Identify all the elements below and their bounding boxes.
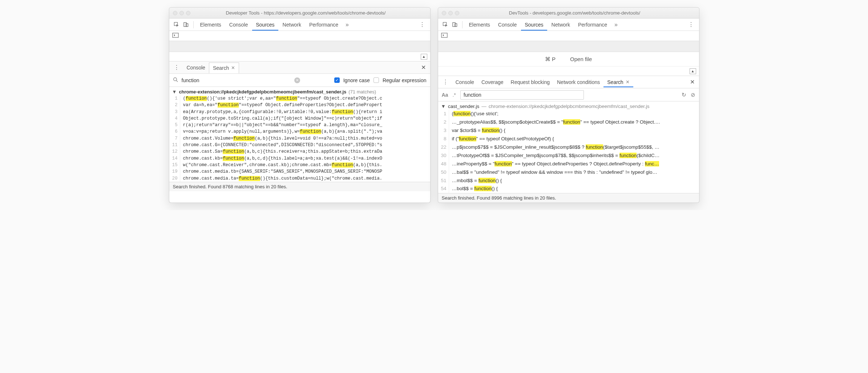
result-line[interactable]: 48…ineProperty$$ = "function" == typeof … (438, 160, 699, 168)
disclosure-triangle-icon[interactable]: ▼ (441, 104, 446, 109)
drawer-tab-search-label: Search (607, 79, 623, 85)
collapse-button[interactable]: ▲ (421, 54, 427, 60)
tab-elements[interactable]: Elements (465, 19, 494, 31)
tab-sources[interactable]: Sources (252, 19, 278, 31)
result-line[interactable]: 19chrome.cast.media.tb={SANS_SERIF:"SANS… (169, 168, 430, 175)
status-text: Search finished. Found 8996 matching lin… (442, 195, 556, 201)
close-drawer-button[interactable]: ✕ (419, 64, 428, 71)
result-line[interactable]: 54…bol$$ = function() { (438, 185, 699, 193)
tab-console[interactable]: Console (226, 19, 251, 31)
drawer-menu-button[interactable]: ⋮ (171, 64, 182, 71)
line-text: ea(Array.prototype,a,{configurable:!0,wr… (180, 109, 430, 115)
drawer-menu-button[interactable]: ⋮ (440, 79, 451, 85)
status-text: Search finished. Found 8768 matching lin… (173, 184, 287, 189)
result-line[interactable]: 51…mbol$$ = function() { (438, 177, 699, 185)
result-file-header[interactable]: ▼ cast_sender.js — chrome-extension://pk… (438, 101, 699, 110)
refresh-icon[interactable]: ↻ (682, 92, 686, 98)
line-text: var da=h,ea="function"==typeof Object.de… (180, 102, 430, 108)
editor-area-placeholder (169, 41, 430, 52)
line-number: 1 (438, 110, 449, 118)
result-line[interactable]: 8if ("function" == typeof Object.setProt… (438, 135, 699, 143)
devtools-window-left: Developer Tools - https://developers.goo… (169, 7, 431, 203)
drawer-tab-search[interactable]: Search ✕ (603, 77, 633, 87)
close-window-button[interactable] (442, 11, 446, 15)
drawer-tab-console[interactable]: Console (183, 63, 209, 73)
result-line[interactable]: 20chrome.cast.media.ta=function(){this.c… (169, 175, 430, 182)
result-line[interactable]: 12chrome.cast.Sa=function(a,b,c){this.re… (169, 148, 430, 155)
zoom-window-button[interactable] (455, 11, 459, 15)
ignore-case-checkbox[interactable]: ✓ (334, 77, 340, 83)
show-navigator-icon[interactable] (441, 33, 448, 39)
line-text: chrome.cast.G={CONNECTED:"connected",DIS… (180, 142, 430, 148)
result-line[interactable]: 1(function(){'use strict'; (438, 110, 699, 118)
close-search-tab-icon[interactable]: ✕ (626, 79, 630, 85)
result-line[interactable]: 15w("chrome.cast.Receiver",chrome.cast.k… (169, 162, 430, 168)
inspect-icon[interactable] (441, 20, 450, 29)
settings-menu-button[interactable]: ⋮ (417, 21, 427, 28)
drawer-tab-coverage[interactable]: Coverage (478, 77, 507, 87)
result-line[interactable]: 7chrome.cast.Volume=function(a,b){this.l… (169, 135, 430, 142)
result-line[interactable]: 14chrome.cast.kb=function(a,b,c,d){this.… (169, 155, 430, 162)
device-toolbar-icon[interactable] (451, 20, 459, 29)
inspect-icon[interactable] (172, 20, 181, 29)
window-controls (442, 11, 459, 15)
zoom-window-button[interactable] (186, 11, 190, 15)
search-input[interactable] (182, 77, 291, 83)
more-tabs-button[interactable]: » (343, 21, 352, 28)
result-line[interactable]: 5r(a);return"array"==b||"object"==b&&"nu… (169, 122, 430, 128)
result-line[interactable]: 50…bal$$ = "undefined" != typeof window … (438, 168, 699, 177)
line-text: (function(){'use strict';var e,aa="funct… (180, 95, 430, 102)
disclosure-triangle-icon[interactable]: ▼ (172, 89, 177, 95)
result-line[interactable]: 3ea(Array.prototype,a,{configurable:!0,w… (169, 109, 430, 115)
line-number: 3 (438, 127, 449, 135)
result-line[interactable]: 1(function(){'use strict';var e,aa="func… (169, 95, 430, 102)
tab-network[interactable]: Network (548, 19, 574, 31)
tab-console[interactable]: Console (494, 19, 520, 31)
result-line[interactable]: 30…tPrototypeOf$$ = $JSCompiler_temp$jsc… (438, 152, 699, 160)
line-text: …tPrototypeOf$$ = $JSCompiler_temp$jscom… (449, 152, 699, 160)
search-icon (173, 77, 178, 83)
line-number: 54 (438, 185, 449, 193)
match-case-toggle[interactable]: Aa (442, 92, 448, 98)
drawer-tab-network-conditions[interactable]: Network conditions (553, 77, 603, 87)
close-window-button[interactable] (173, 11, 177, 15)
clear-search-button[interactable]: ✕ (294, 77, 300, 83)
clear-icon[interactable]: ⊘ (691, 92, 695, 98)
result-line[interactable]: 2…_prototypeAlias$$, $$jscomp$objectCrea… (438, 118, 699, 127)
drawer-tab-search[interactable]: Search ✕ (209, 63, 239, 73)
result-line[interactable]: 2var da=h,ea="function"==typeof Object.d… (169, 102, 430, 108)
close-drawer-button[interactable]: ✕ (688, 79, 697, 85)
more-tabs-button[interactable]: » (611, 21, 621, 28)
main-tab-bar: Elements Console Sources Network Perform… (169, 19, 430, 31)
regex-checkbox[interactable] (374, 77, 379, 83)
result-line[interactable]: 4Object.prototype.toString.call(a);if("[… (169, 115, 430, 122)
drawer-tab-console[interactable]: Console (452, 77, 478, 87)
minimize-window-button[interactable] (448, 11, 453, 15)
result-line[interactable]: 11chrome.cast.G={CONNECTED:"connected",D… (169, 142, 430, 148)
close-search-tab-icon[interactable]: ✕ (231, 65, 235, 71)
search-input[interactable] (460, 90, 584, 100)
regex-toggle[interactable]: .* (452, 92, 456, 98)
line-text: (function(){'use strict'; (449, 110, 699, 118)
collapse-button[interactable]: ▲ (690, 68, 696, 74)
result-line[interactable]: 3var $ctor$$ = function() { (438, 127, 699, 135)
tab-performance[interactable]: Performance (574, 19, 611, 31)
drawer-tab-request-blocking[interactable]: Request blocking (507, 77, 553, 87)
status-bar: Search finished. Found 8768 matching lin… (169, 182, 430, 191)
tab-elements[interactable]: Elements (197, 19, 225, 31)
result-line[interactable]: 6v=oa:v=pa;return v.apply(null,arguments… (169, 128, 430, 135)
line-text: chrome.cast.kb=function(a,b,c,d){this.la… (180, 155, 430, 162)
result-line[interactable]: 22…p$jscomp$7$$ = $JSCompiler_inline_res… (438, 143, 699, 152)
tab-performance[interactable]: Performance (306, 19, 342, 31)
tab-network[interactable]: Network (279, 19, 305, 31)
tab-sources[interactable]: Sources (521, 19, 547, 31)
device-toolbar-icon[interactable] (182, 20, 190, 29)
show-navigator-icon[interactable] (172, 33, 179, 39)
svg-rect-9 (441, 33, 447, 37)
open-file-label: Open file (570, 56, 592, 62)
minimize-window-button[interactable] (179, 11, 184, 15)
line-text: r(a);return"array"==b||"object"==b&&"num… (180, 122, 430, 128)
result-file-header[interactable]: ▼ chrome-extension://pkedcjkdefgpdelpbcm… (169, 87, 430, 95)
settings-menu-button[interactable]: ⋮ (686, 21, 696, 28)
open-file-hint: ⌘ P Open file (438, 52, 699, 67)
